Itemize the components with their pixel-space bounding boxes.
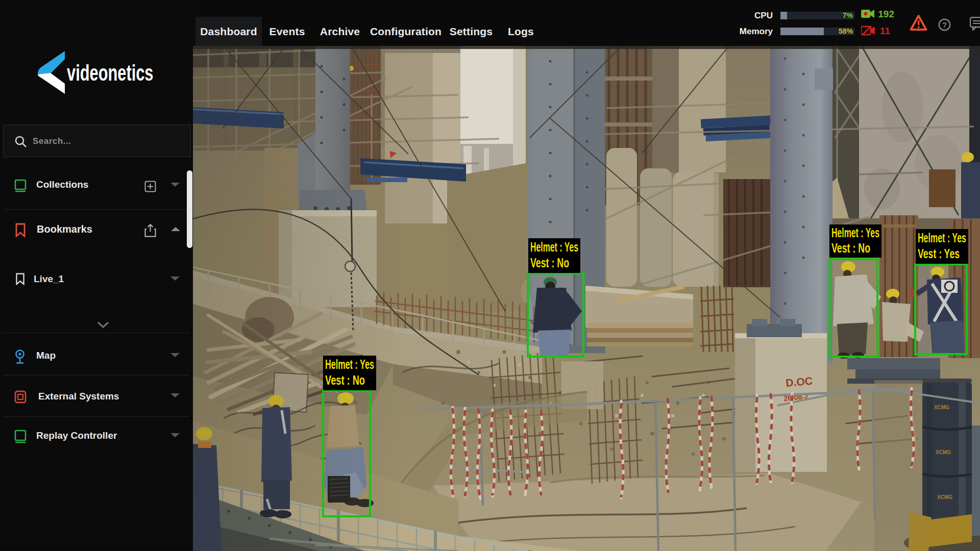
svg-text:Vest : Yes: Vest : Yes (918, 246, 960, 261)
svg-text:Vest : No: Vest : No (325, 373, 365, 387)
svg-text:Helmet : Yes: Helmet : Yes (831, 226, 879, 240)
svg-text:?: ? (942, 20, 947, 29)
svg-text:Helmet : Yes: Helmet : Yes (918, 231, 966, 245)
svg-text:Helmet : Yes: Helmet : Yes (325, 357, 374, 371)
svg-text:Vest : No: Vest : No (831, 241, 870, 255)
svg-text:Helmet : Yes: Helmet : Yes (530, 240, 578, 254)
svg-text:Vest : No: Vest : No (530, 256, 569, 270)
